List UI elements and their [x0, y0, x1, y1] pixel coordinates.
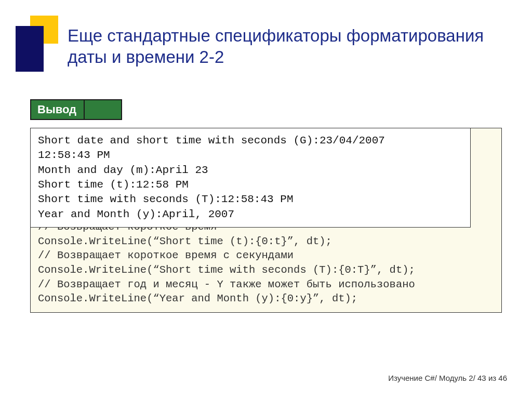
code-line: Console.WriteLine(“Short time with secon…	[38, 264, 415, 276]
output-line: Short date and short time with seconds (…	[38, 135, 385, 147]
output-line: Month and day (m):April 23	[38, 164, 208, 176]
output-badge-spacer	[85, 100, 121, 119]
output-badge: Вывод	[31, 100, 85, 119]
code-line: Console.WriteLine(“Year and Month (y):{0…	[38, 292, 357, 304]
slide-footer: Изучение C#/ Модуль 2/ 43 из 46	[388, 374, 507, 382]
output-line: 12:58:43 PM	[38, 149, 110, 161]
footer-page-current: 43	[477, 374, 486, 382]
slide: Еще стандартные спецификаторы форматиров…	[0, 0, 532, 399]
output-badge-row: Вывод	[30, 99, 122, 120]
console-output: Short date and short time with seconds (…	[30, 128, 471, 228]
code-line: // Возвращает год и месяц - Y также може…	[38, 278, 415, 290]
ornament-blue-bar	[16, 26, 44, 72]
code-line: Console.WriteLine(“Short time (t):{0:t}”…	[38, 235, 332, 247]
footer-course: Изучение C#	[388, 374, 435, 382]
code-line: // Возвращает короткое время с секундами	[38, 249, 294, 261]
output-line: Short time with seconds (T):12:58:43 PM	[38, 193, 293, 205]
footer-page-total: 46	[498, 374, 507, 382]
output-line: Short time (t):12:58 PM	[38, 179, 189, 191]
page-title: Еще стандартные спецификаторы форматиров…	[68, 25, 511, 68]
footer-module: Модуль 2	[439, 374, 473, 382]
output-line: Year and Month (y):April, 2007	[38, 208, 234, 220]
